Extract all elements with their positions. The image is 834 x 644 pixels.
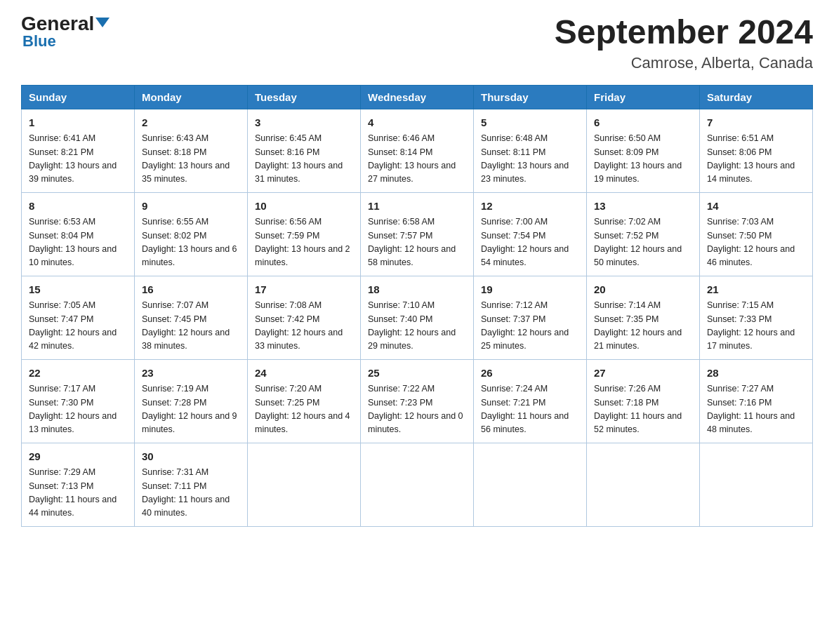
- day-info: Sunrise: 6:43 AMSunset: 8:18 PMDaylight:…: [142, 133, 230, 184]
- calendar-cell-28: 28 Sunrise: 7:27 AMSunset: 7:16 PMDaylig…: [700, 359, 813, 443]
- day-number: 15: [29, 282, 127, 298]
- calendar-cell-33: [474, 443, 587, 526]
- week-row-1: 1 Sunrise: 6:41 AMSunset: 8:21 PMDayligh…: [22, 109, 813, 192]
- day-info: Sunrise: 6:58 AMSunset: 7:57 PMDaylight:…: [368, 217, 456, 267]
- day-info: Sunrise: 6:41 AMSunset: 8:21 PMDaylight:…: [29, 133, 117, 184]
- day-number: 30: [142, 449, 240, 465]
- calendar-cell-2: 2 Sunrise: 6:43 AMSunset: 8:18 PMDayligh…: [135, 109, 248, 192]
- day-info: Sunrise: 6:45 AMSunset: 8:16 PMDaylight:…: [255, 133, 343, 184]
- day-info: Sunrise: 6:46 AMSunset: 8:14 PMDaylight:…: [368, 133, 456, 184]
- logo-general: General: [21, 14, 110, 34]
- day-info: Sunrise: 7:29 AMSunset: 7:13 PMDaylight:…: [29, 467, 117, 518]
- day-info: Sunrise: 7:27 AMSunset: 7:16 PMDaylight:…: [707, 384, 795, 434]
- day-info: Sunrise: 7:00 AMSunset: 7:54 PMDaylight:…: [481, 217, 569, 267]
- calendar-cell-31: [248, 443, 361, 526]
- calendar-cell-19: 19 Sunrise: 7:12 AMSunset: 7:37 PMDaylig…: [474, 276, 587, 359]
- logo: General Blue: [21, 14, 110, 51]
- day-info: Sunrise: 6:56 AMSunset: 7:59 PMDaylight:…: [255, 217, 350, 267]
- day-info: Sunrise: 7:22 AMSunset: 7:23 PMDaylight:…: [368, 384, 463, 434]
- day-number: 13: [594, 199, 692, 215]
- week-row-2: 8 Sunrise: 6:53 AMSunset: 8:04 PMDayligh…: [22, 192, 813, 276]
- calendar-cell-21: 21 Sunrise: 7:15 AMSunset: 7:33 PMDaylig…: [700, 276, 813, 359]
- day-number: 24: [255, 365, 353, 382]
- day-number: 29: [29, 449, 127, 465]
- day-info: Sunrise: 7:03 AMSunset: 7:50 PMDaylight:…: [707, 217, 795, 267]
- calendar-cell-10: 10 Sunrise: 6:56 AMSunset: 7:59 PMDaylig…: [248, 192, 361, 276]
- calendar-cell-13: 13 Sunrise: 7:02 AMSunset: 7:52 PMDaylig…: [587, 192, 700, 276]
- day-info: Sunrise: 7:17 AMSunset: 7:30 PMDaylight:…: [29, 384, 117, 434]
- week-row-3: 15 Sunrise: 7:05 AMSunset: 7:47 PMDaylig…: [22, 276, 813, 359]
- calendar-cell-29: 29 Sunrise: 7:29 AMSunset: 7:13 PMDaylig…: [22, 443, 135, 526]
- month-title: September 2024: [555, 14, 813, 51]
- col-header-tuesday: Tuesday: [248, 85, 361, 109]
- page-header: General Blue September 2024 Camrose, Alb…: [21, 14, 813, 72]
- week-row-5: 29 Sunrise: 7:29 AMSunset: 7:13 PMDaylig…: [22, 443, 813, 526]
- day-info: Sunrise: 7:26 AMSunset: 7:18 PMDaylight:…: [594, 384, 682, 434]
- calendar-cell-34: [587, 443, 700, 526]
- day-number: 22: [29, 365, 127, 382]
- calendar-cell-25: 25 Sunrise: 7:22 AMSunset: 7:23 PMDaylig…: [361, 359, 474, 443]
- calendar-cell-6: 6 Sunrise: 6:50 AMSunset: 8:09 PMDayligh…: [587, 109, 700, 192]
- calendar-cell-14: 14 Sunrise: 7:03 AMSunset: 7:50 PMDaylig…: [700, 192, 813, 276]
- calendar-cell-16: 16 Sunrise: 7:07 AMSunset: 7:45 PMDaylig…: [135, 276, 248, 359]
- day-number: 18: [368, 282, 466, 298]
- calendar-cell-7: 7 Sunrise: 6:51 AMSunset: 8:06 PMDayligh…: [700, 109, 813, 192]
- day-info: Sunrise: 7:02 AMSunset: 7:52 PMDaylight:…: [594, 217, 682, 267]
- day-info: Sunrise: 6:53 AMSunset: 8:04 PMDaylight:…: [29, 217, 117, 267]
- day-info: Sunrise: 7:14 AMSunset: 7:35 PMDaylight:…: [594, 300, 682, 351]
- day-number: 7: [707, 115, 805, 131]
- day-number: 16: [142, 282, 240, 298]
- calendar-cell-20: 20 Sunrise: 7:14 AMSunset: 7:35 PMDaylig…: [587, 276, 700, 359]
- calendar-cell-12: 12 Sunrise: 7:00 AMSunset: 7:54 PMDaylig…: [474, 192, 587, 276]
- col-header-thursday: Thursday: [474, 85, 587, 109]
- day-number: 10: [255, 199, 353, 215]
- day-number: 20: [594, 282, 692, 298]
- day-number: 2: [142, 115, 240, 131]
- col-header-wednesday: Wednesday: [361, 85, 474, 109]
- title-block: September 2024 Camrose, Alberta, Canada: [555, 14, 813, 72]
- col-header-friday: Friday: [587, 85, 700, 109]
- day-number: 26: [481, 365, 579, 382]
- col-header-saturday: Saturday: [700, 85, 813, 109]
- calendar-cell-8: 8 Sunrise: 6:53 AMSunset: 8:04 PMDayligh…: [22, 192, 135, 276]
- calendar-cell-35: [700, 443, 813, 526]
- day-number: 14: [707, 199, 805, 215]
- day-number: 4: [368, 115, 466, 131]
- day-number: 19: [481, 282, 579, 298]
- calendar-cell-27: 27 Sunrise: 7:26 AMSunset: 7:18 PMDaylig…: [587, 359, 700, 443]
- col-header-sunday: Sunday: [22, 85, 135, 109]
- day-number: 6: [594, 115, 692, 131]
- day-number: 5: [481, 115, 579, 131]
- calendar-cell-5: 5 Sunrise: 6:48 AMSunset: 8:11 PMDayligh…: [474, 109, 587, 192]
- day-info: Sunrise: 7:15 AMSunset: 7:33 PMDaylight:…: [707, 300, 795, 351]
- calendar-header-row: Sunday Monday Tuesday Wednesday Thursday…: [22, 85, 813, 109]
- calendar-cell-26: 26 Sunrise: 7:24 AMSunset: 7:21 PMDaylig…: [474, 359, 587, 443]
- day-number: 12: [481, 199, 579, 215]
- calendar-table: Sunday Monday Tuesday Wednesday Thursday…: [21, 85, 813, 527]
- calendar-cell-22: 22 Sunrise: 7:17 AMSunset: 7:30 PMDaylig…: [22, 359, 135, 443]
- calendar-cell-18: 18 Sunrise: 7:10 AMSunset: 7:40 PMDaylig…: [361, 276, 474, 359]
- logo-triangle-icon: [95, 18, 110, 27]
- day-info: Sunrise: 6:55 AMSunset: 8:02 PMDaylight:…: [142, 217, 237, 267]
- calendar-cell-11: 11 Sunrise: 6:58 AMSunset: 7:57 PMDaylig…: [361, 192, 474, 276]
- calendar-cell-24: 24 Sunrise: 7:20 AMSunset: 7:25 PMDaylig…: [248, 359, 361, 443]
- day-number: 1: [29, 115, 127, 131]
- day-number: 8: [29, 199, 127, 215]
- week-row-4: 22 Sunrise: 7:17 AMSunset: 7:30 PMDaylig…: [22, 359, 813, 443]
- day-number: 9: [142, 199, 240, 215]
- location: Camrose, Alberta, Canada: [555, 54, 813, 72]
- day-number: 25: [368, 365, 466, 382]
- day-number: 28: [707, 365, 805, 382]
- calendar-cell-9: 9 Sunrise: 6:55 AMSunset: 8:02 PMDayligh…: [135, 192, 248, 276]
- day-number: 3: [255, 115, 353, 131]
- calendar-cell-23: 23 Sunrise: 7:19 AMSunset: 7:28 PMDaylig…: [135, 359, 248, 443]
- day-number: 11: [368, 199, 466, 215]
- day-number: 21: [707, 282, 805, 298]
- calendar-cell-17: 17 Sunrise: 7:08 AMSunset: 7:42 PMDaylig…: [248, 276, 361, 359]
- day-info: Sunrise: 6:51 AMSunset: 8:06 PMDaylight:…: [707, 133, 795, 184]
- day-info: Sunrise: 7:05 AMSunset: 7:47 PMDaylight:…: [29, 300, 117, 351]
- day-info: Sunrise: 7:20 AMSunset: 7:25 PMDaylight:…: [255, 384, 350, 434]
- day-info: Sunrise: 7:07 AMSunset: 7:45 PMDaylight:…: [142, 300, 230, 351]
- day-info: Sunrise: 7:24 AMSunset: 7:21 PMDaylight:…: [481, 384, 569, 434]
- day-number: 17: [255, 282, 353, 298]
